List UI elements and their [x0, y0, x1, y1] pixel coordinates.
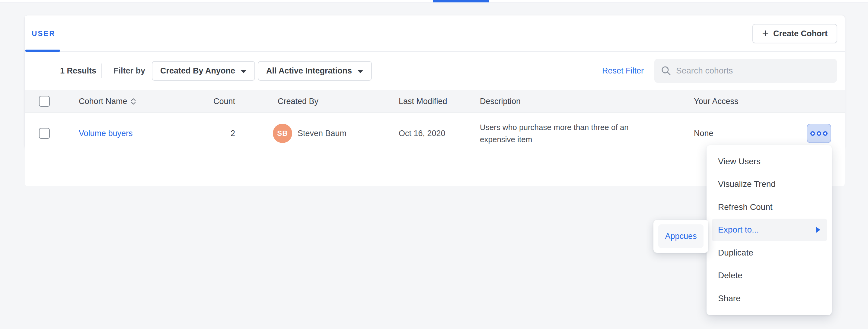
menu-item-export-to[interactable]: Export to... — [712, 219, 827, 242]
header-cohort-name-label: Cohort Name — [79, 97, 127, 106]
filter-bar: 1 Results Filter by Created By Anyone Al… — [25, 52, 845, 90]
created-by-cell: SB Steven Baum — [273, 124, 346, 143]
cohorts-panel: USER + Create Cohort 1 Results Filter by… — [25, 15, 845, 149]
last-modified-value: Oct 16, 2020 — [399, 129, 445, 138]
menu-item-share[interactable]: Share — [707, 287, 832, 310]
tab-user[interactable]: USER — [32, 16, 56, 52]
avatar: SB — [273, 124, 292, 143]
chevron-down-icon — [357, 70, 363, 73]
more-dot-icon — [823, 131, 828, 136]
menu-item-export-to-label: Export to... — [718, 225, 759, 235]
created-by-dropdown-value: Created By Anyone — [160, 66, 235, 76]
panel-tab-bar: USER + Create Cohort — [25, 16, 845, 52]
header-last-modified[interactable]: Last Modified — [399, 97, 447, 106]
search-icon — [661, 65, 671, 76]
menu-item-delete[interactable]: Delete — [707, 264, 832, 287]
row-context-menu: View Users Visualize Trend Refresh Count… — [707, 145, 832, 315]
more-dot-icon — [817, 131, 821, 136]
cohort-count: 2 — [176, 129, 235, 138]
filter-divider — [101, 63, 102, 78]
header-count[interactable]: Count — [176, 97, 235, 106]
description-value: Users who purchase more than three of an… — [480, 121, 661, 145]
cohort-name-link[interactable]: Volume buyers — [79, 129, 133, 138]
submenu-item-appcues[interactable]: Appcues — [658, 224, 704, 248]
search-input[interactable] — [676, 66, 830, 76]
submenu-arrow-icon — [816, 227, 820, 233]
menu-item-refresh-count[interactable]: Refresh Count — [707, 196, 832, 219]
your-access-value: None — [694, 129, 713, 138]
more-dot-icon — [810, 131, 815, 136]
header-description: Description — [480, 97, 521, 106]
header-cohort-name[interactable]: Cohort Name — [79, 97, 136, 106]
top-nav-strip — [0, 0, 868, 2]
integrations-dropdown-value: All Active Integrations — [266, 66, 352, 76]
tab-user-active-underline — [25, 50, 60, 52]
menu-item-visualize-trend[interactable]: Visualize Trend — [707, 173, 832, 196]
header-created-by[interactable]: Created By — [278, 97, 318, 106]
sort-icon — [130, 98, 136, 105]
menu-item-view-users[interactable]: View Users — [707, 150, 832, 173]
chevron-down-icon — [241, 70, 247, 73]
created-by-name: Steven Baum — [298, 129, 346, 138]
create-cohort-label: Create Cohort — [773, 29, 828, 38]
tab-user-label: USER — [32, 29, 56, 38]
select-all-checkbox[interactable] — [39, 96, 50, 107]
more-actions-button[interactable] — [807, 124, 831, 143]
active-nav-tab-indicator — [433, 0, 489, 2]
row-checkbox[interactable] — [39, 128, 50, 139]
created-by-dropdown[interactable]: Created By Anyone — [152, 61, 255, 81]
integrations-dropdown[interactable]: All Active Integrations — [258, 61, 372, 81]
create-cohort-button[interactable]: + Create Cohort — [752, 24, 837, 43]
export-submenu: Appcues — [653, 220, 708, 253]
search-cohorts-box[interactable] — [654, 59, 837, 83]
reset-filter-link[interactable]: Reset Filter — [602, 52, 644, 90]
filter-by-label: Filter by — [114, 52, 145, 90]
header-your-access: Your Access — [694, 97, 739, 106]
menu-item-duplicate[interactable]: Duplicate — [707, 241, 832, 264]
plus-icon: + — [762, 28, 769, 39]
table-header: Cohort Name Count Created By Last Modifi… — [25, 90, 845, 113]
results-count: 1 Results — [60, 52, 96, 90]
